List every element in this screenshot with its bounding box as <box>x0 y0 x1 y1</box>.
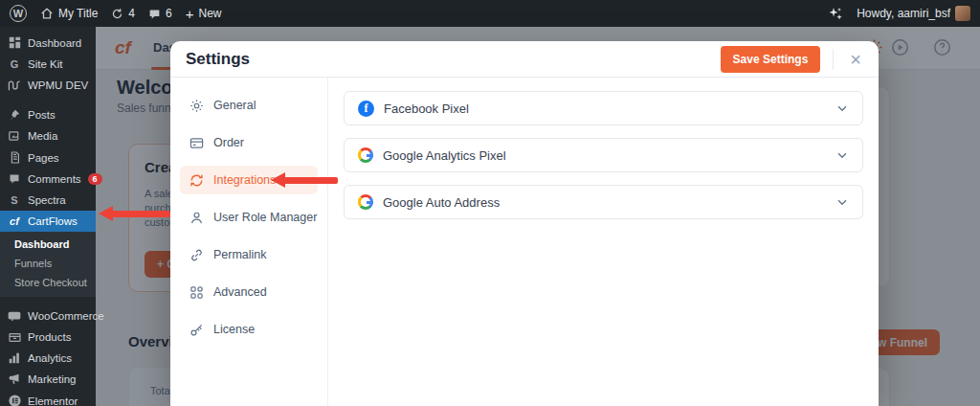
home-icon <box>40 7 54 20</box>
user-account-menu[interactable]: Howdy, aamiri_bsf <box>857 6 970 21</box>
sidebar-label: Products <box>28 331 71 343</box>
plus-icon: + <box>186 7 194 21</box>
user-icon <box>189 211 204 225</box>
settings-tab-order[interactable]: Order <box>180 128 318 157</box>
ai-assistant-menu[interactable] <box>828 6 843 21</box>
sidebar-label: Pages <box>28 152 59 164</box>
integrations-sync-icon <box>189 173 204 188</box>
sidebar-label: Analytics <box>28 352 72 364</box>
settings-tab-advanced[interactable]: Advanced <box>180 278 318 306</box>
sidebar-item-site-kit[interactable]: G Site Kit <box>0 54 96 75</box>
updates-icon <box>111 8 123 20</box>
sidebar-item-media[interactable]: Media <box>0 125 96 147</box>
sidebar-label: Dashboard <box>28 37 81 49</box>
sidebar-item-elementor[interactable]: Elementor <box>0 390 96 406</box>
woocommerce-icon <box>8 311 21 322</box>
sidebar-item-cartflows[interactable]: cf CartFlows <box>0 211 96 232</box>
updates-menu[interactable]: 4 <box>111 7 135 20</box>
arrow-shaft <box>285 177 338 184</box>
comments-count-badge: 6 <box>88 173 102 185</box>
sidebar-item-marketing[interactable]: Marketing <box>0 369 96 390</box>
settings-tab-label: User Role Manager <box>213 211 317 224</box>
new-content-menu[interactable]: + New <box>186 7 222 21</box>
comments-icon <box>8 173 21 185</box>
settings-tab-label: Order <box>213 136 244 149</box>
submenu-item-funnels[interactable]: Funnels <box>0 254 96 273</box>
sidebar-label: WooCommerce <box>28 310 104 322</box>
settings-tab-permalink[interactable]: Permalink <box>180 240 318 269</box>
sidebar-label: Media <box>28 130 57 142</box>
wp-admin-sidebar: Dashboard G Site Kit WPMU DEV Posts Medi… <box>0 27 96 406</box>
chevron-down-icon <box>835 148 849 162</box>
settings-tab-general[interactable]: General <box>180 91 318 120</box>
settings-tab-label: General <box>213 99 256 112</box>
comments-icon <box>148 8 161 20</box>
sidebar-item-spectra[interactable]: S Spectra <box>0 190 96 211</box>
settings-tab-label: Integrations <box>213 173 276 187</box>
sidebar-item-wpmu-dev[interactable]: WPMU DEV <box>0 75 96 96</box>
accordion-label: Google Auto Address <box>383 195 826 210</box>
facebook-pixel-accordion[interactable]: f Facebook Pixel <box>344 91 863 125</box>
settings-tab-label: License <box>213 323 255 336</box>
wp-admin-bar: W My Title 4 6 + New Howdy, a <box>0 0 980 27</box>
facebook-icon: f <box>358 101 374 117</box>
settings-tab-license[interactable]: License <box>180 315 318 344</box>
google-analytics-pixel-accordion[interactable]: Google Analytics Pixel <box>344 138 863 172</box>
save-settings-button[interactable]: Save Settings <box>721 46 821 73</box>
arrow-head <box>271 172 285 188</box>
integrations-panel: f Facebook Pixel Google Analytics Pixel … <box>328 78 879 406</box>
posts-icon <box>8 109 21 121</box>
sparkles-icon <box>828 6 843 21</box>
sidebar-label: Posts <box>28 109 56 121</box>
close-icon[interactable]: × <box>846 50 865 69</box>
modal-title: Settings <box>186 50 721 69</box>
adminbar-comments-count: 6 <box>166 7 172 20</box>
sidebar-item-dashboard[interactable]: Dashboard <box>0 32 96 54</box>
chevron-down-icon <box>835 195 849 209</box>
google-auto-address-accordion[interactable]: Google Auto Address <box>344 185 863 219</box>
settings-tab-label: Permalink <box>213 248 267 261</box>
settings-modal: Settings Save Settings × General Order I… <box>170 41 879 406</box>
dashboard-icon <box>8 36 21 49</box>
wpmu-dev-icon <box>8 79 21 91</box>
sidebar-label: Marketing <box>28 373 77 385</box>
howdy-text: Howdy, aamiri_bsf <box>857 7 950 20</box>
sidebar-item-posts[interactable]: Posts <box>0 104 96 125</box>
annotation-arrow-cartflows <box>99 206 170 221</box>
screen: cf Dashboard Welcome Sales funnel b Crea… <box>0 0 980 406</box>
media-icon <box>8 130 21 142</box>
google-icon <box>358 194 373 210</box>
comments-menu[interactable]: 6 <box>148 7 172 20</box>
elementor-icon <box>8 395 21 406</box>
accordion-label: Google Analytics Pixel <box>383 148 826 163</box>
sidebar-label: WPMU DEV <box>28 79 88 91</box>
spectra-icon: S <box>8 194 21 206</box>
key-icon <box>189 323 204 337</box>
sidebar-item-analytics[interactable]: Analytics <box>0 348 96 369</box>
wordpress-logo-icon: W <box>10 5 27 22</box>
header-divider <box>833 49 834 70</box>
settings-nav: General Order Integrations User Role Man… <box>170 78 328 406</box>
sidebar-item-woocommerce[interactable]: WooCommerce <box>0 305 96 327</box>
settings-tab-user-role-manager[interactable]: User Role Manager <box>180 203 318 232</box>
site-name: My Title <box>58 7 98 20</box>
submenu-item-dashboard[interactable]: Dashboard <box>0 235 96 254</box>
gear-icon <box>189 99 204 113</box>
google-icon <box>358 147 373 163</box>
marketing-icon <box>8 373 21 385</box>
arrow-shaft <box>113 211 170 217</box>
site-kit-icon: G <box>8 58 21 70</box>
site-name-menu[interactable]: My Title <box>40 7 98 20</box>
submenu-item-store-checkout[interactable]: Store Checkout <box>0 273 96 292</box>
annotation-arrow-integrations <box>271 172 338 188</box>
link-icon <box>189 248 204 262</box>
wp-logo-menu[interactable]: W <box>10 5 27 22</box>
new-label: New <box>198 7 221 20</box>
sidebar-item-pages[interactable]: Pages <box>0 147 96 169</box>
sidebar-item-comments[interactable]: Comments 6 <box>0 169 96 190</box>
sidebar-item-products[interactable]: Products <box>0 327 96 348</box>
sidebar-label: Comments <box>28 173 81 185</box>
analytics-icon <box>8 352 21 364</box>
grid-icon <box>189 285 204 300</box>
sidebar-label: Elementor <box>28 395 78 406</box>
